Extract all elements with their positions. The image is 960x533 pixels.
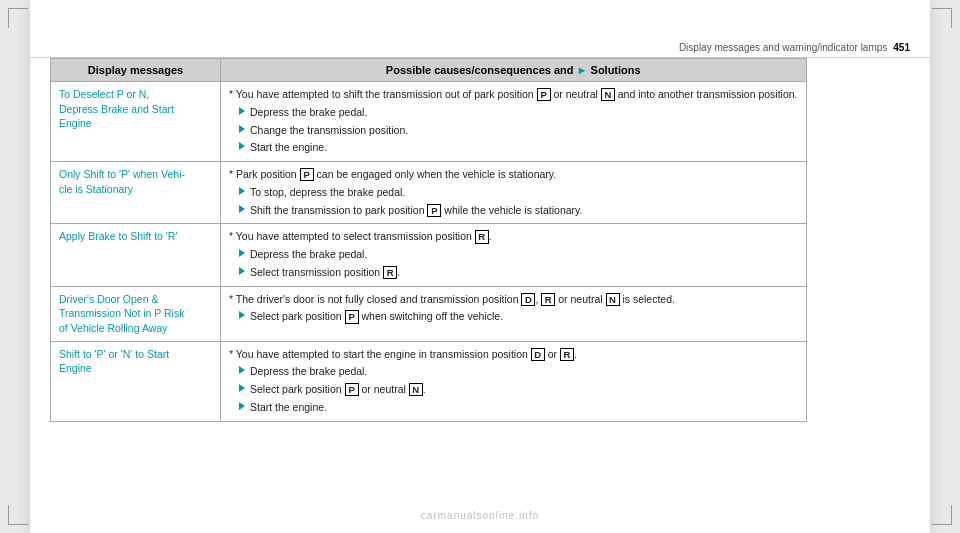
causes-cell: * Park position P can be engaged only wh… (221, 162, 807, 224)
bullet-item: Depress the brake pedal. (239, 247, 798, 263)
bullet-item: Start the engine. (239, 140, 798, 156)
p-box: P (427, 204, 441, 217)
watermark: carmanualsonline.info (421, 510, 539, 521)
n-box: N (606, 293, 620, 306)
causes-cell: * You have attempted to shift the transm… (221, 82, 807, 162)
bullet-text: To stop, depress the brake pedal. (250, 185, 405, 201)
arrow-icon (239, 402, 245, 410)
bullet-item: Select park position P when switching of… (239, 309, 798, 325)
r-box: R (475, 230, 489, 243)
table-row: Only Shift to 'P' when Vehi-cle is Stati… (51, 162, 807, 224)
display-msg-cell: Driver's Door Open &Transmission Not in … (51, 286, 221, 341)
bullet-item: Depress the brake pedal. (239, 364, 798, 380)
display-msg-cell: Apply Brake to Shift to 'R' (51, 224, 221, 286)
page-header: Display messages and warning/indicator l… (30, 42, 930, 58)
causes-content: * You have attempted to start the engine… (229, 347, 798, 416)
bullet-item: Select park position P or neutral N. (239, 382, 798, 398)
table-row: Apply Brake to Shift to 'R' * You have a… (51, 224, 807, 286)
n-box: N (409, 383, 423, 396)
corner-mark-br (932, 505, 952, 525)
p-box: P (300, 168, 314, 181)
p-box: P (345, 383, 359, 396)
arrow-icon (239, 142, 245, 150)
bullet-text: Select park position P when switching of… (250, 309, 503, 325)
bullet-text: Select park position P or neutral N. (250, 382, 426, 398)
display-msg-cell: To Deselect P or N,Depress Brake and Sta… (51, 82, 221, 162)
arrow-icon (239, 125, 245, 133)
p-box: P (345, 310, 359, 323)
arrow-icon (239, 107, 245, 115)
table-row: Driver's Door Open &Transmission Not in … (51, 286, 807, 341)
table-row: To Deselect P or N,Depress Brake and Sta… (51, 82, 807, 162)
bullet-text: Depress the brake pedal. (250, 364, 367, 380)
arrow-icon (239, 267, 245, 275)
causes-content: * You have attempted to shift the transm… (229, 87, 798, 156)
bullet-text: Select transmission position R. (250, 265, 400, 281)
arrow-icon (239, 384, 245, 392)
col-header-display: Display messages (51, 59, 221, 82)
bullet-item: Select transmission position R. (239, 265, 798, 281)
d-box: D (531, 348, 545, 361)
bullet-item: Depress the brake pedal. (239, 105, 798, 121)
bullet-text: Depress the brake pedal. (250, 247, 367, 263)
r-box: R (383, 266, 397, 279)
arrow-icon (239, 249, 245, 257)
causes-cell: * You have attempted to start the engine… (221, 341, 807, 421)
causes-cell: * The driver's door is not fully closed … (221, 286, 807, 341)
display-msg-label: Apply Brake to Shift to 'R' (59, 230, 177, 242)
causes-content: * Park position P can be engaged only wh… (229, 167, 798, 218)
bullet-text: Start the engine. (250, 140, 327, 156)
n-box: N (601, 88, 615, 101)
r-box: R (560, 348, 574, 361)
bullet-text: Shift the transmission to park position … (250, 203, 582, 219)
bullet-item: Change the transmission position. (239, 123, 798, 139)
arrow-icon (239, 205, 245, 213)
corner-mark-tl (8, 8, 28, 28)
display-msg-label: Only Shift to 'P' when Vehi-cle is Stati… (59, 168, 185, 195)
header-text: Display messages and warning/indicator l… (679, 42, 887, 53)
table-row: Shift to 'P' or 'N' to StartEngine * You… (51, 341, 807, 421)
arrow-icon (239, 311, 245, 319)
bullet-text: Depress the brake pedal. (250, 105, 367, 121)
d-box: D (521, 293, 535, 306)
display-msg-cell: Only Shift to 'P' when Vehi-cle is Stati… (51, 162, 221, 224)
bullet-text: Start the engine. (250, 400, 327, 416)
causes-content: * The driver's door is not fully closed … (229, 292, 798, 326)
r-box: R (541, 293, 555, 306)
bullet-item: Shift the transmission to park position … (239, 203, 798, 219)
bullet-item: To stop, depress the brake pedal. (239, 185, 798, 201)
bullet-item: Start the engine. (239, 400, 798, 416)
causes-content: * You have attempted to select transmiss… (229, 229, 798, 280)
arrow-icon (239, 366, 245, 374)
corner-mark-tr (932, 8, 952, 28)
display-msg-label: Driver's Door Open &Transmission Not in … (59, 293, 184, 334)
p-box: P (537, 88, 551, 101)
bullet-text: Change the transmission position. (250, 123, 408, 139)
display-msg-cell: Shift to 'P' or 'N' to StartEngine (51, 341, 221, 421)
causes-cell: * You have attempted to select transmiss… (221, 224, 807, 286)
display-msg-label: Shift to 'P' or 'N' to StartEngine (59, 348, 169, 375)
display-msg-label: To Deselect P or N,Depress Brake and Sta… (59, 88, 174, 129)
col-header-causes: Possible causes/consequences and ► Solut… (221, 59, 807, 82)
main-table: Display messages Possible causes/consequ… (50, 58, 807, 422)
table-header-row: Display messages Possible causes/consequ… (51, 59, 807, 82)
arrow-icon (239, 187, 245, 195)
corner-mark-bl (8, 505, 28, 525)
page-number: 451 (893, 42, 910, 53)
